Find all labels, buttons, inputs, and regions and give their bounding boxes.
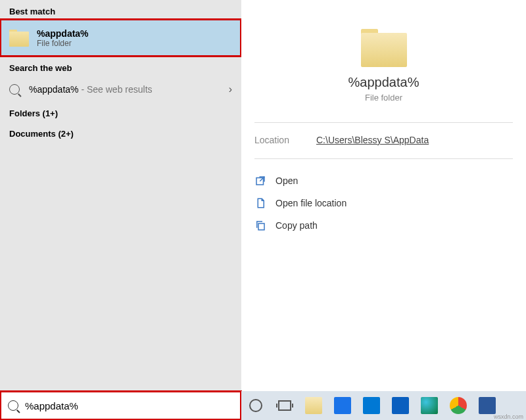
search-box[interactable] — [0, 391, 241, 420]
task-view-icon[interactable] — [275, 396, 294, 415]
file-explorer-icon[interactable] — [304, 396, 323, 415]
best-match-title: %appdata% — [37, 28, 89, 39]
mail-icon[interactable] — [333, 396, 352, 415]
store-icon[interactable] — [362, 396, 381, 415]
file-location-icon — [254, 197, 266, 209]
web-result[interactable]: %appdata% - See web results › — [0, 76, 241, 103]
copy-icon — [254, 220, 266, 231]
divider — [254, 122, 513, 123]
search-input[interactable] — [25, 400, 233, 411]
preview-subtitle: File folder — [241, 93, 526, 103]
open-icon — [254, 175, 266, 187]
copy-path-label: Copy path — [275, 220, 318, 231]
folder-icon — [9, 30, 29, 47]
copy-path-action[interactable]: Copy path — [241, 214, 526, 237]
location-label: Location — [254, 135, 316, 145]
best-match-header: Best match — [0, 0, 241, 19]
search-web-header: Search the web — [0, 57, 241, 76]
chrome-icon[interactable] — [449, 396, 467, 415]
open-file-location-label: Open file location — [275, 198, 347, 208]
preview-title: %appdata% — [241, 75, 526, 90]
search-icon — [9, 84, 20, 95]
folder-icon-large — [361, 29, 407, 67]
folders-category[interactable]: Folders (1+) — [0, 103, 241, 124]
location-path[interactable]: C:\Users\Blessy S\AppData — [316, 135, 429, 145]
edge-icon[interactable] — [420, 396, 439, 415]
chevron-right-icon[interactable]: › — [229, 83, 232, 95]
cortana-icon[interactable] — [247, 396, 265, 415]
word-icon[interactable] — [478, 396, 496, 415]
best-match-subtitle: File folder — [37, 39, 89, 48]
edge-legacy-icon[interactable] — [391, 396, 410, 415]
taskbar — [241, 391, 526, 420]
open-action[interactable]: Open — [241, 170, 526, 192]
watermark: wsxdn.com — [494, 413, 523, 420]
search-icon — [8, 400, 18, 411]
open-label: Open — [275, 175, 298, 186]
documents-category[interactable]: Documents (2+) — [0, 124, 241, 144]
best-match-result[interactable]: %appdata% File folder — [0, 19, 241, 57]
open-file-location-action[interactable]: Open file location — [241, 192, 526, 214]
web-result-text: %appdata% - See web results — [29, 84, 153, 95]
search-results-panel: Best match %appdata% File folder Search … — [0, 0, 241, 391]
divider — [254, 158, 513, 159]
preview-panel: %appdata% File folder Location C:\Users\… — [241, 0, 526, 391]
svg-rect-1 — [258, 223, 264, 230]
